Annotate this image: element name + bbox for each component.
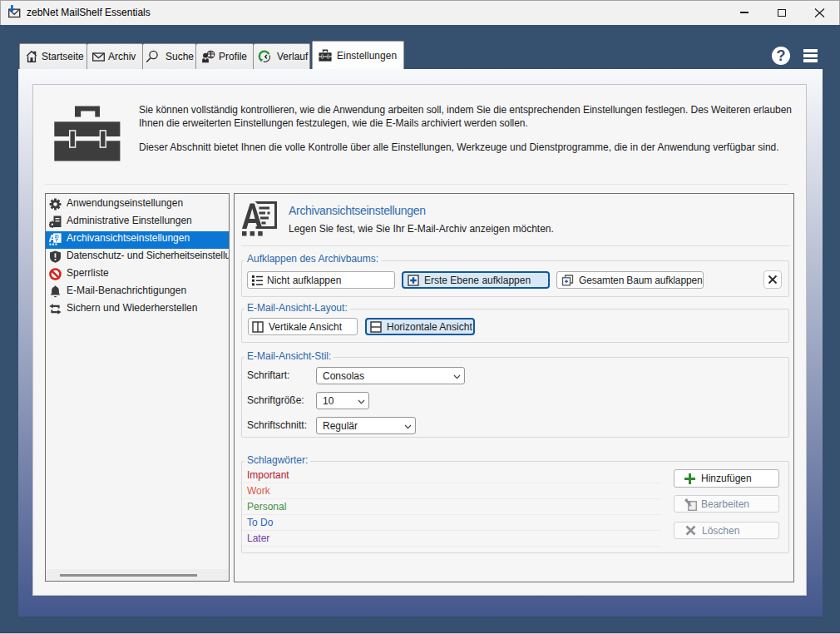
svg-text:A: A (49, 233, 56, 245)
svg-text:?: ? (777, 47, 786, 64)
